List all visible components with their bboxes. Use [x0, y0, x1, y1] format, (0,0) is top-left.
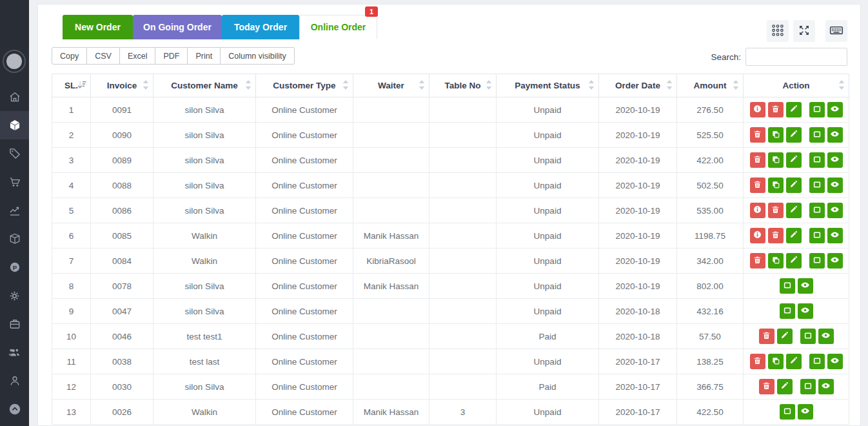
column-visibility-button[interactable]: Column visibility	[221, 47, 295, 65]
edit-action-button[interactable]	[786, 203, 802, 218]
edit-action-button[interactable]	[786, 354, 802, 369]
clone-action-button[interactable]	[768, 253, 784, 269]
eye-action-button[interactable]	[818, 329, 834, 344]
edit-action-button[interactable]	[786, 228, 802, 243]
column-header-table-no[interactable]: Table No	[429, 74, 497, 97]
column-header-invoice[interactable]: Invoice	[91, 74, 153, 97]
tab-online-order-label: Online Order	[311, 22, 366, 32]
clone-action-button[interactable]	[768, 178, 784, 193]
delete-action-button[interactable]	[750, 152, 765, 168]
eye-action-button[interactable]	[827, 203, 843, 218]
info-action-button[interactable]	[750, 228, 765, 243]
cell-table_no	[429, 148, 497, 173]
sidebar-item-tags[interactable]	[0, 139, 29, 168]
delete-action-button[interactable]	[750, 178, 765, 193]
keyboard-button[interactable]	[825, 20, 847, 42]
eye-action-button[interactable]	[798, 303, 813, 319]
column-label: Customer Name	[171, 81, 238, 90]
column-header-customer-type[interactable]: Customer Type	[256, 74, 353, 97]
sidebar-item-settings[interactable]	[0, 281, 29, 310]
pdf-button[interactable]: PDF	[155, 47, 188, 65]
tab-online-order[interactable]: Online Order 1	[299, 15, 377, 39]
window-action-button[interactable]	[809, 228, 825, 243]
clone-action-button[interactable]	[768, 152, 784, 168]
column-header-order-date[interactable]: Order Date	[599, 74, 677, 97]
tab-ongoing-order[interactable]: On Going Order	[133, 15, 222, 39]
window-action-button[interactable]	[809, 152, 825, 168]
window-action-button[interactable]	[809, 127, 825, 143]
column-header-sl[interactable]: SL.	[52, 74, 91, 97]
sidebar-item-inventory[interactable]	[0, 225, 29, 253]
cell-actions	[744, 249, 849, 274]
clone-action-button[interactable]	[768, 127, 784, 143]
eye-action-button[interactable]	[818, 379, 834, 394]
cell-sl: 3	[52, 148, 91, 173]
window-action-button[interactable]	[809, 102, 825, 117]
clone-action-button[interactable]	[768, 354, 784, 369]
sidebar-item-parking[interactable]: P	[0, 253, 29, 281]
tab-today-order[interactable]: Today Order	[222, 15, 299, 39]
sidebar-item-pos[interactable]	[0, 111, 29, 139]
sidebar-item-profile[interactable]	[0, 367, 29, 395]
window-action-button[interactable]	[809, 178, 825, 193]
window-action-button[interactable]	[809, 203, 825, 218]
eye-action-button[interactable]	[827, 228, 843, 243]
window-action-button[interactable]	[780, 404, 795, 420]
eye-action-button[interactable]	[827, 127, 843, 143]
window-action-button[interactable]	[800, 379, 816, 394]
edit-action-button[interactable]	[786, 253, 802, 269]
eye-action-button[interactable]	[798, 278, 813, 294]
delete-action-button[interactable]	[750, 354, 765, 369]
delete-action-button[interactable]	[759, 329, 774, 344]
delete-action-button[interactable]	[768, 203, 784, 218]
sidebar-item-orders[interactable]	[0, 168, 29, 196]
column-header-payment-status[interactable]: Payment Status	[497, 74, 599, 97]
eye-action-button[interactable]	[798, 404, 813, 420]
eye-action-button[interactable]	[827, 253, 843, 269]
window-action-button[interactable]	[780, 278, 795, 294]
window-action-button[interactable]	[809, 253, 825, 269]
sidebar-item-home[interactable]	[0, 83, 29, 111]
edit-icon	[789, 256, 798, 266]
column-header-waiter[interactable]: Waiter	[353, 74, 429, 97]
edit-action-button[interactable]	[777, 329, 793, 344]
window-action-button[interactable]	[800, 329, 816, 344]
edit-action-button[interactable]	[786, 127, 802, 143]
excel-button[interactable]: Excel	[120, 47, 156, 65]
eye-action-button[interactable]	[827, 102, 843, 117]
sidebar-item-reports[interactable]	[0, 196, 29, 225]
delete-action-button[interactable]	[759, 379, 774, 394]
tab-new-order[interactable]: New Order	[63, 15, 133, 39]
grid-menu-button[interactable]	[767, 20, 789, 42]
eye-action-button[interactable]	[827, 178, 843, 193]
delete-action-button[interactable]	[750, 127, 765, 143]
edit-action-button[interactable]	[786, 152, 802, 168]
avatar[interactable]	[3, 50, 26, 73]
sidebar-item-scroll-top[interactable]	[0, 395, 29, 423]
sidebar-item-business[interactable]	[0, 310, 29, 338]
info-action-button[interactable]	[750, 203, 765, 218]
column-header-customer-name[interactable]: Customer Name	[153, 74, 256, 97]
copy-button[interactable]: Copy	[52, 47, 87, 65]
cell-amount: 422.00	[677, 148, 744, 173]
fullscreen-button[interactable]	[793, 20, 815, 42]
delete-action-button[interactable]	[768, 228, 784, 243]
cell-type: Online Customer	[256, 299, 353, 324]
column-header-action[interactable]: Action	[744, 74, 849, 97]
csv-button[interactable]: CSV	[87, 47, 120, 65]
edit-action-button[interactable]	[777, 379, 793, 394]
info-action-button[interactable]	[750, 102, 765, 117]
sidebar-item-customers[interactable]	[0, 338, 29, 367]
edit-action-button[interactable]	[786, 102, 802, 117]
edit-action-button[interactable]	[786, 178, 802, 193]
column-header-amount[interactable]: Amount	[677, 74, 744, 97]
window-action-button[interactable]	[780, 303, 795, 319]
delete-action-button[interactable]	[750, 253, 765, 269]
eye-action-button[interactable]	[827, 152, 843, 168]
eye-action-button[interactable]	[827, 354, 843, 369]
print-button[interactable]: Print	[188, 47, 221, 65]
cell-sl: 5	[52, 198, 91, 223]
search-input[interactable]	[745, 48, 847, 66]
window-action-button[interactable]	[809, 354, 825, 369]
delete-action-button[interactable]	[768, 102, 784, 117]
